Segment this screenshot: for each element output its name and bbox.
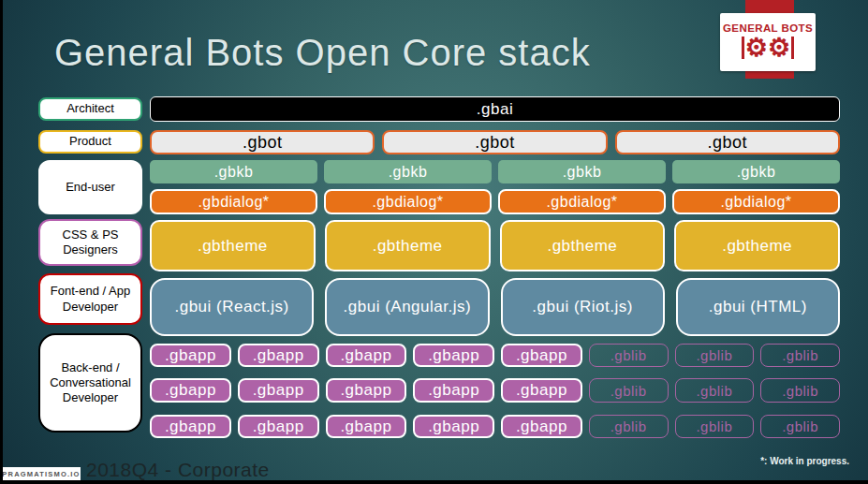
item-line: .gbdialog*.gbdialog*.gbdialog*.gbdialog* xyxy=(150,189,840,214)
block-gbapp: .gbapp xyxy=(326,415,407,438)
row-label-css-ps-designers: CSS & PS Designers xyxy=(38,219,142,266)
block-gbkb: .gbkb xyxy=(672,160,840,183)
row-label-product: Product xyxy=(38,130,142,154)
footer-version: 2018Q4 - Corporate xyxy=(86,459,270,481)
item-line: .gbapp.gbapp.gbapp.gbapp.gbapp.gblib.gbl… xyxy=(150,344,840,367)
block-gbapp: .gbapp xyxy=(150,415,231,438)
gear-icon: ⚙ xyxy=(768,36,790,61)
slide: General Bots Open Core stack GENERAL BOT… xyxy=(0,0,868,484)
block-gblib: .gblib xyxy=(760,344,840,367)
block-gbapp: .gbapp xyxy=(501,415,582,438)
item-line: .gbapp.gbapp.gbapp.gbapp.gbapp.gblib.gbl… xyxy=(150,378,840,403)
left-edge-border xyxy=(0,0,3,484)
item-line: .gbtheme.gbtheme.gbtheme.gbtheme xyxy=(150,220,840,271)
gear-line-icon xyxy=(791,37,794,59)
footnote: *: Work in progress. xyxy=(760,456,849,466)
block-gbai: .gbai xyxy=(150,96,840,122)
item-line: .gbai xyxy=(150,96,840,122)
item-line: .gbapp.gbapp.gbapp.gbapp.gbapp.gblib.gbl… xyxy=(150,415,840,438)
block-gblib: .gblib xyxy=(760,378,840,403)
item-line: .gbui (React.js).gbui (Angular.js).gbui … xyxy=(150,278,840,336)
block-gblib: .gblib xyxy=(589,415,669,438)
block-gbapp: .gbapp xyxy=(413,378,494,403)
bottom-edge-border xyxy=(0,480,868,484)
block-gbot: .gbot xyxy=(382,130,607,154)
general-bots-logo: GENERAL BOTS ⚙ ⚙ xyxy=(720,13,816,71)
block-gbapp: .gbapp xyxy=(238,415,319,438)
block-gbkb: .gbkb xyxy=(324,160,492,183)
block-gbdialog: .gbdialog* xyxy=(324,189,492,214)
item-line: .gbkb.gbkb.gbkb.gbkb xyxy=(150,160,840,183)
block-gbdialog: .gbdialog* xyxy=(150,189,317,214)
block-gbui: .gbui (HTML) xyxy=(676,278,840,336)
page-title: General Bots Open Core stack xyxy=(54,32,591,74)
block-gblib: .gblib xyxy=(589,344,669,367)
item-line: .gbot.gbot.gbot xyxy=(150,130,840,154)
block-gbapp: .gbapp xyxy=(326,378,407,403)
block-gbapp: .gbapp xyxy=(501,344,582,367)
block-gbtheme: .gbtheme xyxy=(674,220,840,271)
block-gbkb: .gbkb xyxy=(150,160,317,183)
row-label-end-user: End-user xyxy=(38,160,142,214)
block-gbkb: .gbkb xyxy=(498,160,666,183)
gears-icon: ⚙ ⚙ xyxy=(741,36,794,61)
block-gbtheme: .gbtheme xyxy=(500,220,666,271)
block-gbapp: .gbapp xyxy=(413,415,494,438)
pragmatismo-logo: PRAGMATISMO.IO xyxy=(2,467,81,481)
block-gbapp: .gbapp xyxy=(501,378,582,403)
block-gblib: .gblib xyxy=(589,378,669,403)
block-gbapp: .gbapp xyxy=(413,344,494,367)
block-gbtheme: .gbtheme xyxy=(325,220,491,271)
block-gblib: .gblib xyxy=(675,415,755,438)
block-gbdialog: .gbdialog* xyxy=(498,189,666,214)
block-gbui: .gbui (Angular.js) xyxy=(325,278,489,336)
row-label-back-end-conversational-developer: Back-end / Conversational Developer xyxy=(38,333,142,433)
block-gblib: .gblib xyxy=(760,415,840,438)
block-gblib: .gblib xyxy=(675,344,755,367)
row-label-architect: Architect xyxy=(38,97,142,121)
block-gbapp: .gbapp xyxy=(238,344,319,367)
block-gbapp: .gbapp xyxy=(238,378,319,403)
block-gbapp: .gbapp xyxy=(326,344,407,367)
block-gbui: .gbui (React.js) xyxy=(150,278,314,336)
block-gblib: .gblib xyxy=(675,378,755,403)
block-gbtheme: .gbtheme xyxy=(150,220,316,271)
block-gbui: .gbui (Riot.js) xyxy=(501,278,665,336)
gear-icon: ⚙ xyxy=(745,36,768,61)
row-label-font-end-app-developer: Font-end / App Developer xyxy=(38,273,142,325)
gear-line-icon xyxy=(742,37,744,59)
block-gbot: .gbot xyxy=(615,130,840,154)
block-gbapp: .gbapp xyxy=(150,378,231,403)
block-gbdialog: .gbdialog* xyxy=(672,189,840,214)
block-gbapp: .gbapp xyxy=(150,344,231,367)
block-gbot: .gbot xyxy=(150,130,375,154)
